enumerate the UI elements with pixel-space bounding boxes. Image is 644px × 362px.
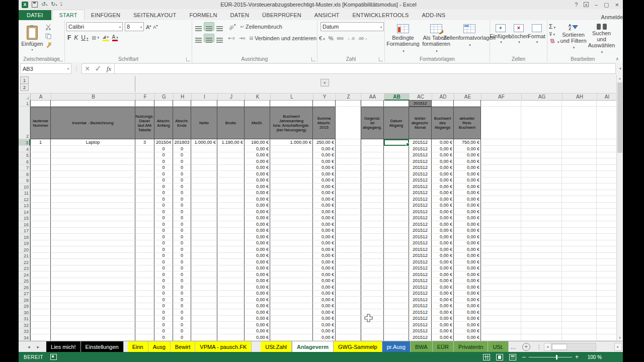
cell-L28[interactable] xyxy=(270,297,313,303)
cell-Y23[interactable]: 0,00 € xyxy=(313,265,336,272)
cell-B16[interactable] xyxy=(51,221,135,228)
cell-G28[interactable]: 0 xyxy=(154,297,173,303)
help-icon[interactable]: ? xyxy=(575,2,578,8)
cell-G25[interactable]: 0 xyxy=(154,278,173,285)
sheet-tab-bewirt[interactable]: Bewirt xyxy=(171,341,196,352)
cell-Y2[interactable]: Summe Abschr. 2015 xyxy=(313,107,336,139)
ribbon-tab-ansicht[interactable]: ANSICHT xyxy=(308,10,346,20)
cell-G14[interactable]: 0 xyxy=(154,209,173,215)
cell-G34[interactable]: 0 xyxy=(154,334,173,341)
cell-AF11[interactable] xyxy=(481,190,521,197)
cell-AH25[interactable] xyxy=(562,278,597,285)
row-header-4[interactable]: 4 xyxy=(19,146,30,152)
sheet-tab-lies-mich-[interactable]: Lies mich! xyxy=(46,341,81,352)
cell-H26[interactable]: 0 xyxy=(173,284,191,291)
cell-AB13[interactable] xyxy=(384,203,409,209)
cell-B4[interactable] xyxy=(51,146,135,152)
cell-J16[interactable] xyxy=(217,221,245,228)
cell-A2[interactable]: laufende Nummer xyxy=(30,107,51,139)
cell-K26[interactable]: 0,00 € xyxy=(245,284,270,291)
cell-J8[interactable] xyxy=(217,171,245,177)
cell-Z11[interactable] xyxy=(336,190,361,197)
cell-AH18[interactable] xyxy=(562,234,597,240)
cell-AI5[interactable] xyxy=(597,152,617,159)
row-header-19[interactable]: 19 xyxy=(19,240,30,247)
cell-G18[interactable]: 0 xyxy=(154,234,173,240)
cell-AI17[interactable] xyxy=(597,228,617,234)
cell-I7[interactable] xyxy=(191,165,217,171)
cell-AF33[interactable] xyxy=(481,328,521,335)
cell-J12[interactable] xyxy=(217,196,245,203)
cell-AH3[interactable] xyxy=(562,139,597,146)
cell-H32[interactable]: 0 xyxy=(173,322,191,328)
cell-F30[interactable] xyxy=(135,309,154,316)
ribbon-tab-einfügen[interactable]: EINFÜGEN xyxy=(85,10,127,20)
cell-AB29[interactable] xyxy=(384,303,409,310)
cell-AA14[interactable] xyxy=(361,209,384,215)
cell-F29[interactable] xyxy=(135,303,154,310)
cell-F26[interactable] xyxy=(135,284,154,291)
cell-A33[interactable] xyxy=(30,328,51,335)
cell-G12[interactable]: 0 xyxy=(154,196,173,203)
cell-AG11[interactable] xyxy=(521,190,562,197)
vertical-scrollbar[interactable]: ▴ ▾ xyxy=(616,75,623,341)
cell-AE25[interactable]: 0,00 € xyxy=(454,278,481,285)
cell-AB11[interactable] xyxy=(384,190,409,197)
cell-AG2[interactable] xyxy=(521,107,562,139)
cell-AA15[interactable] xyxy=(361,215,384,222)
cell-AB12[interactable] xyxy=(384,196,409,203)
cancel-icon[interactable]: × xyxy=(85,64,90,73)
cell-J27[interactable] xyxy=(217,291,245,297)
cell-AF3[interactable] xyxy=(481,139,521,146)
cell-B27[interactable] xyxy=(51,291,135,297)
cell-F5[interactable] xyxy=(135,152,154,159)
cell-AH22[interactable] xyxy=(562,259,597,265)
cell-J10[interactable] xyxy=(217,184,245,190)
cell-F28[interactable] xyxy=(135,297,154,303)
cell-Y31[interactable]: 0,00 € xyxy=(313,316,336,322)
cell-G22[interactable]: 0 xyxy=(154,259,173,265)
row-header-13[interactable]: 13 xyxy=(19,203,30,209)
cell-AB6[interactable] xyxy=(384,158,409,165)
row-header-15[interactable]: 15 xyxy=(19,215,30,222)
cell-AH9[interactable] xyxy=(562,177,597,184)
font-dialog-launcher[interactable] xyxy=(186,57,190,61)
cell-L27[interactable] xyxy=(270,291,313,297)
cell-AH1[interactable] xyxy=(562,100,597,107)
cell-I22[interactable] xyxy=(191,259,217,265)
cell-H15[interactable]: 0 xyxy=(173,215,191,222)
column-header-AF[interactable]: AF xyxy=(481,94,522,101)
cell-J17[interactable] xyxy=(217,228,245,234)
cell-Y27[interactable]: 0,00 € xyxy=(313,291,336,297)
cell-I25[interactable] xyxy=(191,278,217,285)
cell-AG23[interactable] xyxy=(521,265,562,272)
cell-Z32[interactable] xyxy=(336,322,361,328)
cell-B32[interactable] xyxy=(51,322,135,328)
cell-G2[interactable]: Abschr. Anfang xyxy=(154,107,173,139)
cell-L11[interactable] xyxy=(270,190,313,197)
cell-AI3[interactable] xyxy=(597,139,617,146)
cell-L33[interactable] xyxy=(270,328,313,335)
cell-AE13[interactable]: 0,00 € xyxy=(454,203,481,209)
cell-AG17[interactable] xyxy=(521,228,562,234)
macro-record-icon[interactable] xyxy=(50,354,57,360)
cell-AI12[interactable] xyxy=(597,196,617,203)
cell-A8[interactable] xyxy=(30,171,51,177)
cell-Z23[interactable] xyxy=(336,265,361,272)
cell-Z30[interactable] xyxy=(336,309,361,316)
cell-AH27[interactable] xyxy=(562,291,597,297)
cell-I6[interactable] xyxy=(191,158,217,165)
cell-AE20[interactable]: 0,00 € xyxy=(454,246,481,253)
cell-L18[interactable] xyxy=(270,234,313,240)
fill-color-icon[interactable]: ◢ xyxy=(103,35,109,41)
cell-AC34[interactable]: 201512 xyxy=(409,334,432,341)
cell-H11[interactable]: 0 xyxy=(173,190,191,197)
cell-J4[interactable] xyxy=(217,146,245,152)
cell-B18[interactable] xyxy=(51,234,135,240)
cell-J15[interactable] xyxy=(217,215,245,222)
cell-AC32[interactable]: 201512 xyxy=(409,322,432,328)
cell-F6[interactable] xyxy=(135,158,154,165)
cell-Y13[interactable]: 0,00 € xyxy=(313,203,336,209)
align-top-icon[interactable] xyxy=(194,23,203,30)
cell-AD15[interactable]: 0,00 € xyxy=(432,215,454,222)
